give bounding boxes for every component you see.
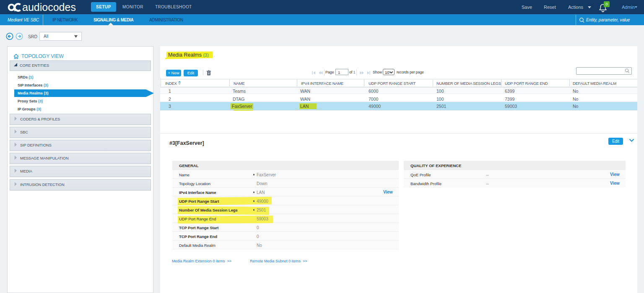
svg-text:audiocodes: audiocodes [22, 1, 76, 13]
